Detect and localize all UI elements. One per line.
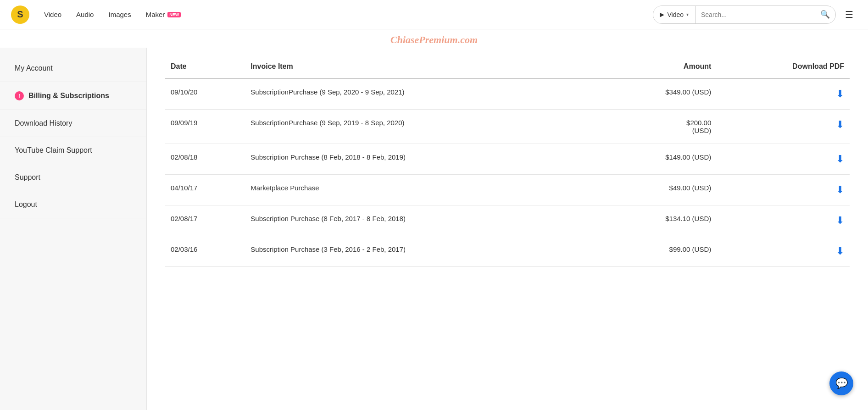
cell-invoice: Marketplace Purchase [245, 175, 596, 205]
sidebar-item-support[interactable]: Support [0, 164, 146, 191]
sidebar-item-logout[interactable]: Logout [0, 191, 146, 218]
cell-invoice: Subscription Purchase (8 Feb, 2018 - 8 F… [245, 144, 596, 175]
table-row: 02/03/16 Subscription Purchase (3 Feb, 2… [165, 236, 850, 267]
nav-maker[interactable]: Maker NEW [146, 11, 181, 18]
nav-audio[interactable]: Audio [76, 11, 94, 18]
cell-date: 04/10/17 [165, 175, 245, 205]
nav-images[interactable]: Images [108, 11, 131, 18]
search-input[interactable] [696, 11, 815, 18]
cell-date: 09/10/20 [165, 78, 245, 110]
search-type-button[interactable]: ▶ Video ▾ [653, 6, 696, 23]
new-badge: NEW [167, 12, 181, 17]
sidebar-item-youtube-claim[interactable]: YouTube Claim Support [0, 137, 146, 164]
search-icon: 🔍 [820, 10, 830, 19]
table-row: 02/08/18 Subscription Purchase (8 Feb, 2… [165, 144, 850, 175]
nav-video[interactable]: Video [44, 11, 61, 18]
cell-invoice: Subscription Purchase (3 Feb, 2016 - 2 F… [245, 236, 596, 267]
header-right: ▶ Video ▾ 🔍 ☰ [653, 6, 857, 24]
cell-date: 02/08/18 [165, 144, 245, 175]
download-icon: ⬇ [836, 88, 844, 100]
hamburger-icon: ☰ [845, 10, 853, 20]
col-header-date: Date [165, 55, 245, 78]
search-container: ▶ Video ▾ 🔍 [653, 6, 836, 24]
alert-icon: ! [15, 91, 24, 100]
download-pdf-button[interactable]: ⬇ [836, 184, 844, 196]
cell-pdf: ⬇ [717, 205, 850, 236]
cell-pdf: ⬇ [717, 236, 850, 267]
table-row: 02/08/17 Subscription Purchase (8 Feb, 2… [165, 205, 850, 236]
sidebar: My Account ! Billing & Subscriptions Dow… [0, 48, 147, 410]
chat-icon: 💬 [835, 377, 848, 389]
search-button[interactable]: 🔍 [815, 10, 835, 19]
download-pdf-button[interactable]: ⬇ [836, 119, 844, 131]
cell-amount: $149.00 (USD) [596, 144, 717, 175]
cell-amount: $49.00 (USD) [596, 175, 717, 205]
cell-amount: $200.00 (USD) [596, 110, 717, 144]
table-row: 04/10/17 Marketplace Purchase $49.00 (US… [165, 175, 850, 205]
sidebar-item-label: YouTube Claim Support [15, 146, 92, 155]
sidebar-item-label: Billing & Subscriptions [28, 92, 109, 100]
cell-amount: $134.10 (USD) [596, 205, 717, 236]
main-nav: Video Audio Images Maker NEW [44, 11, 181, 18]
download-icon: ⬇ [836, 215, 844, 227]
table-row: 09/10/20 SubscriptionPurchase (9 Sep, 20… [165, 78, 850, 110]
search-type-label: Video [667, 11, 684, 18]
watermark: ChiasePremium.com [0, 29, 868, 48]
cell-invoice: Subscription Purchase (8 Feb, 2017 - 8 F… [245, 205, 596, 236]
cell-date: 09/09/19 [165, 110, 245, 144]
cell-invoice: SubscriptionPurchase (9 Sep, 2019 - 8 Se… [245, 110, 596, 144]
col-header-pdf: Download PDF [717, 55, 850, 78]
cell-amount: $349.00 (USD) [596, 78, 717, 110]
cell-pdf: ⬇ [717, 144, 850, 175]
logo[interactable]: S [11, 6, 29, 24]
sidebar-item-download-history[interactable]: Download History [0, 110, 146, 137]
download-pdf-button[interactable]: ⬇ [836, 215, 844, 227]
cell-date: 02/08/17 [165, 205, 245, 236]
download-pdf-button[interactable]: ⬇ [836, 245, 844, 257]
download-pdf-button[interactable]: ⬇ [836, 88, 844, 100]
billing-table: Date Invoice Item Amount Download PDF 09… [165, 55, 850, 267]
cell-date: 02/03/16 [165, 236, 245, 267]
sidebar-item-label: Download History [15, 119, 72, 127]
sidebar-item-billing[interactable]: ! Billing & Subscriptions [0, 82, 146, 110]
cell-amount: $99.00 (USD) [596, 236, 717, 267]
sidebar-item-label: Logout [15, 200, 37, 209]
download-pdf-button[interactable]: ⬇ [836, 153, 844, 165]
chat-button[interactable]: 💬 [829, 371, 853, 395]
main-content: Date Invoice Item Amount Download PDF 09… [147, 48, 868, 410]
sidebar-item-label: Support [15, 173, 40, 182]
chevron-down-icon: ▾ [686, 12, 689, 17]
sidebar-item-my-account[interactable]: My Account [0, 55, 146, 82]
col-header-invoice: Invoice Item [245, 55, 596, 78]
download-icon: ⬇ [836, 245, 844, 257]
download-icon: ⬇ [836, 184, 844, 196]
cell-invoice: SubscriptionPurchase (9 Sep, 2020 - 9 Se… [245, 78, 596, 110]
cell-pdf: ⬇ [717, 175, 850, 205]
hamburger-button[interactable]: ☰ [841, 7, 857, 22]
layout: My Account ! Billing & Subscriptions Dow… [0, 48, 868, 410]
col-header-amount: Amount [596, 55, 717, 78]
cell-pdf: ⬇ [717, 78, 850, 110]
video-icon: ▶ [660, 11, 664, 18]
download-icon: ⬇ [836, 119, 844, 131]
header: S Video Audio Images Maker NEW ▶ Video ▾… [0, 0, 868, 29]
cell-pdf: ⬇ [717, 110, 850, 144]
sidebar-item-label: My Account [15, 64, 53, 72]
table-row: 09/09/19 SubscriptionPurchase (9 Sep, 20… [165, 110, 850, 144]
download-icon: ⬇ [836, 153, 844, 165]
